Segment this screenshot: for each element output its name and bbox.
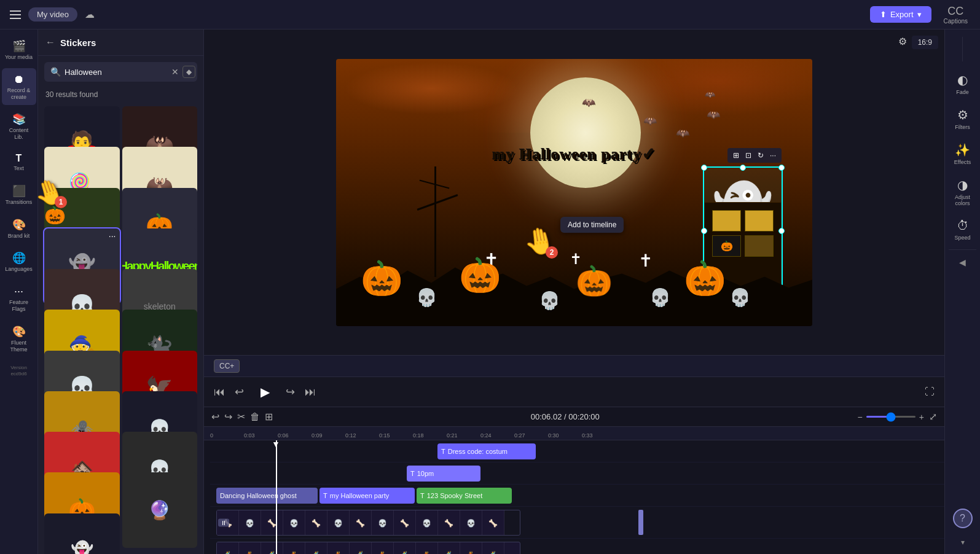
captions-button[interactable]: CC Captions — [939, 2, 973, 27]
search-input[interactable] — [65, 68, 168, 77]
vframe-2: 💀 — [239, 510, 261, 536]
help-button[interactable]: ? — [953, 509, 973, 528]
video-strip-2[interactable]: 🕺 💃 🕺 💃 🕺 💃 🕺 💃 🕺 💃 🕺 💃 🕺 — [216, 542, 520, 555]
window-3: 🎃 — [712, 235, 741, 257]
main-content: 🎬 Your media ⏺ Record &create 📚 Content … — [0, 29, 980, 554]
settings-icon[interactable]: ⚙ — [898, 36, 907, 49]
preview-canvas: 🦇 🦇 🦇 🦇 🦇 my Halloween party✓ ✝ ✝ ✝ — [336, 59, 812, 326]
sidebar-item-languages[interactable]: 🌐 Languages — [2, 246, 36, 278]
save-icon[interactable]: ☁ — [85, 9, 95, 20]
clip-icon: T — [441, 448, 445, 455]
rewind-button[interactable]: ↩ — [235, 385, 244, 399]
zoom-slider[interactable] — [866, 416, 915, 418]
vframe-9: 🦴 — [394, 510, 416, 536]
handle-mid-left[interactable] — [701, 228, 707, 234]
adjust-colors-icon: ◑ — [957, 178, 968, 192]
halloween-scene: 🦇 🦇 🦇 🦇 🦇 my Halloween party✓ ✝ ✝ ✝ — [336, 59, 812, 326]
search-bar: 🔍 ✕ ◆ — [44, 62, 197, 82]
expand-down-button[interactable]: ▾ — [958, 536, 967, 549]
sticker-toolbar: ⊞ ⊡ ↻ ··· — [727, 148, 782, 163]
sidebar-item-content-lib[interactable]: 📚 Content Lib. — [2, 107, 36, 146]
sidebar-item-record[interactable]: ⏺ Record &create — [2, 68, 36, 106]
back-button[interactable]: ← — [45, 37, 55, 48]
vframe2-9: 🕺 — [394, 542, 416, 555]
topbar-left: My video ☁ — [7, 7, 95, 21]
hamburger-menu[interactable] — [7, 8, 23, 21]
right-item-effects[interactable]: ✨ Effects — [947, 139, 979, 169]
sticker-rotate-button[interactable]: ↻ — [756, 150, 766, 161]
window-4 — [745, 235, 774, 257]
cc-button[interactable]: CC+ — [214, 359, 240, 373]
right-item-filters[interactable]: ⚙ Filters — [947, 104, 979, 134]
skip-start-button[interactable]: ⏮ — [214, 386, 225, 399]
sidebar-item-brand-kit[interactable]: 🎨 Brand kit — [2, 213, 36, 244]
zoom-out-button[interactable]: − — [858, 412, 863, 422]
sidebar-item-feature-flags[interactable]: ··· Feature Flags — [2, 280, 36, 318]
skeleton-2: 💀 — [539, 291, 560, 311]
sticker-more-button[interactable]: ··· — [768, 150, 778, 161]
redo-button[interactable]: ↪ — [224, 411, 232, 423]
sticker-item-21[interactable]: 👻 — [44, 513, 120, 554]
vframe2-10: 💃 — [416, 542, 438, 555]
video-right-handle[interactable] — [638, 510, 643, 535]
play-button[interactable]: ▶ — [254, 381, 276, 403]
clips-track: Dancing Halloween ghost T my Halloween p… — [210, 485, 944, 507]
bat-2: 🦇 — [643, 114, 657, 128]
topbar: My video ☁ ⬆ Export ▾ CC Captions — [0, 0, 980, 29]
premium-icon[interactable]: ◆ — [182, 66, 195, 78]
left-sidebar: 🎬 Your media ⏺ Record &create 📚 Content … — [0, 29, 38, 554]
clip-spooky-street[interactable]: T 123 Spooky Street — [417, 488, 512, 504]
cross-3: ✝ — [638, 251, 653, 271]
aspect-ratio-display[interactable]: 16:9 — [912, 36, 938, 49]
skip-end-button[interactable]: ⏭ — [305, 386, 316, 399]
vframe2-7: 🕺 — [350, 542, 372, 555]
panel-header: ← Stickers — [38, 29, 203, 56]
tree-branches — [417, 194, 458, 211]
house-windows: 🎃 — [705, 203, 781, 264]
video-strip-1[interactable]: ⏸ 🦴 💀 🦴 💀 🦴 💀 🦴 💀 🦴 💀 🦴 💀 — [216, 510, 520, 536]
vframe2-8: 💃 — [372, 542, 394, 555]
handle-mid-right[interactable] — [778, 228, 785, 234]
clear-search-button[interactable]: ✕ — [171, 67, 179, 77]
timeline: ↩ ↪ ✂ 🗑 ⊞ 00:06.02 / 00:20:00 − + ⤢ 0 0:… — [204, 407, 944, 554]
undo-button[interactable]: ↩ — [211, 411, 219, 423]
captions-icon: CC — [947, 5, 963, 18]
delete-button[interactable]: 🗑 — [250, 412, 260, 423]
sticker-item-20[interactable]: 🔮 — [122, 472, 198, 548]
timeline-time-display: 00:06.02 / 00:20:00 — [531, 412, 600, 421]
cut-button[interactable]: ✂ — [237, 411, 245, 423]
handle-top-left[interactable] — [701, 165, 707, 171]
add-media-button[interactable]: ⊞ — [265, 411, 273, 423]
sidebar-item-transitions[interactable]: ⬛ Transitions — [2, 179, 36, 211]
text-icon: T — [16, 153, 22, 164]
sidebar-item-your-media[interactable]: 🎬 Your media — [2, 34, 36, 66]
expand-timeline-button[interactable]: ⤢ — [929, 411, 937, 423]
right-item-adjust-colors[interactable]: ◑ Adjust colors — [947, 174, 979, 210]
sticker-resize-button[interactable]: ⊞ — [731, 150, 741, 161]
fullscreen-button[interactable]: ⛶ — [925, 386, 935, 397]
search-icon: 🔍 — [50, 67, 61, 77]
timeline-tracks-area: ▼ T Dress code: costum T 10pm — [204, 440, 944, 554]
handle-top-right[interactable] — [778, 165, 785, 171]
sidebar-item-fluent-theme[interactable]: 🎨 Fluent Theme — [2, 320, 36, 358]
sticker-crop-button[interactable]: ⊡ — [743, 150, 753, 161]
clip-dancing-ghost[interactable]: Dancing Halloween ghost — [216, 488, 318, 504]
handle-top-mid[interactable] — [740, 165, 746, 171]
export-button[interactable]: ⬆ Export ▾ — [870, 6, 931, 23]
right-item-fade[interactable]: ◐ Fade — [947, 69, 979, 99]
vframe-3: 🦴 — [261, 510, 283, 536]
clip-dress-code[interactable]: T Dress code: costum — [437, 443, 536, 459]
clip-halloween-party[interactable]: T my Halloween party — [319, 488, 415, 504]
right-item-speed[interactable]: ⏱ Speed — [947, 215, 979, 244]
vframe-13: 🦴 — [482, 510, 504, 536]
sticker-panel: ← Stickers 🔍 ✕ ◆ 30 results found 🧛 🦇 🍭 — [38, 29, 204, 554]
clip-10pm[interactable]: T 10pm — [407, 466, 480, 482]
skeleton-3: 💀 — [649, 287, 671, 308]
forward-button[interactable]: ↪ — [286, 385, 295, 399]
zoom-in-button[interactable]: + — [919, 412, 924, 422]
sidebar-item-text[interactable]: T Text — [2, 148, 36, 177]
collapse-right-panel-button[interactable]: ◀ — [957, 255, 968, 270]
right-panel: ◐ Fade ⚙ Filters ✨ Effects ◑ Adjust colo… — [944, 29, 980, 554]
sidebar-item-version: Version ecd9d6 — [2, 360, 36, 381]
video-tab[interactable]: My video — [28, 7, 77, 21]
